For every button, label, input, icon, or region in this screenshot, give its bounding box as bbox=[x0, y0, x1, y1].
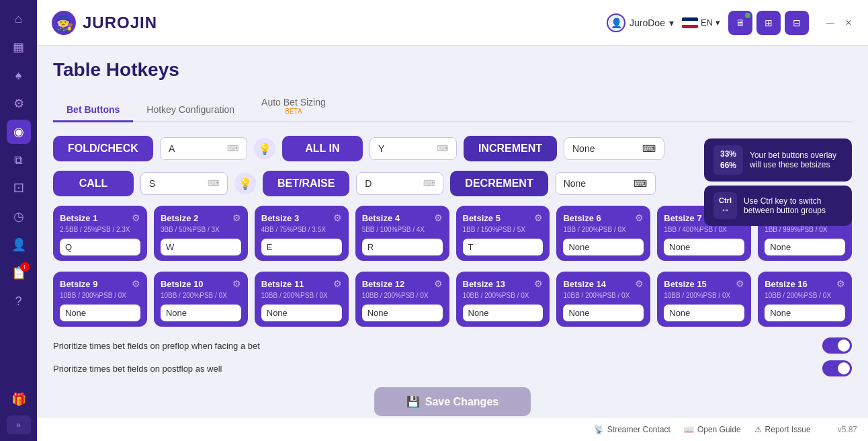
sidebar-item-user[interactable]: 👤 bbox=[7, 233, 31, 257]
decrement-button[interactable]: DECREMENT bbox=[450, 171, 548, 196]
decrement-key-input[interactable]: None ⌨ bbox=[555, 172, 656, 195]
save-label: Save Changes bbox=[425, 396, 498, 408]
betsize-title-10: Betsize 10 bbox=[161, 279, 204, 289]
notifications-button[interactable]: 🖥 bbox=[728, 11, 752, 35]
sidebar-item-gamepad[interactable]: ⚀ bbox=[7, 176, 31, 200]
betsize-key-3[interactable] bbox=[261, 239, 342, 255]
sidebar-item-clock[interactable]: ◷ bbox=[7, 204, 31, 229]
open-guide-link[interactable]: 📖 Open Guide bbox=[684, 425, 741, 434]
overlay-hint-card: 33% 66% Your bet buttons overlay will us… bbox=[704, 138, 852, 182]
fold-bulb-button[interactable]: 💡 bbox=[254, 138, 275, 159]
save-changes-button[interactable]: 💾 Save Changes bbox=[374, 387, 531, 416]
betsize-gear-14[interactable]: ⚙ bbox=[635, 278, 644, 289]
betsize-gear-16[interactable]: ⚙ bbox=[836, 278, 845, 289]
betsize-card-13: Betsize 13 ⚙ 10BB / 200%PSB / 0X bbox=[456, 272, 550, 327]
user-avatar: 👤 bbox=[607, 13, 625, 32]
betsize-gear-1[interactable]: ⚙ bbox=[132, 212, 140, 223]
betsize-key-16[interactable] bbox=[765, 305, 845, 321]
sidebar-item-calendar[interactable]: 📋 bbox=[7, 261, 31, 285]
betsize-key-11[interactable] bbox=[261, 305, 342, 321]
call-bulb-button[interactable]: 💡 bbox=[234, 173, 256, 194]
betsize-key-13[interactable] bbox=[463, 305, 544, 321]
content-area: Table Hotkeys Bet Buttons Hotkey Configu… bbox=[37, 46, 868, 417]
betsize-card-2: Betsize 2 ⚙ 3BB / 50%PSB / 3X bbox=[154, 206, 248, 261]
allin-key-input[interactable]: Y ⌨ bbox=[370, 137, 457, 160]
betsize-gear-10[interactable]: ⚙ bbox=[232, 278, 241, 289]
sidebar-item-active[interactable]: ◉ bbox=[7, 120, 31, 144]
betsize-key-1[interactable] bbox=[60, 239, 140, 255]
betsize-key-6[interactable] bbox=[563, 239, 644, 255]
tab-auto-bet[interactable]: Auto Bet Sizing BETA bbox=[248, 91, 339, 122]
betsize-key-7[interactable] bbox=[664, 239, 744, 255]
language-label: EN bbox=[701, 17, 713, 28]
betsize-key-4[interactable] bbox=[362, 239, 443, 255]
betsize-key-8[interactable] bbox=[765, 239, 845, 255]
fold-key-value: A bbox=[169, 143, 175, 154]
betsize-key-14[interactable] bbox=[563, 305, 644, 321]
betsize-card-9: Betsize 9 ⚙ 10BB / 200%PSB / 0X bbox=[53, 272, 147, 327]
betsize-key-12[interactable] bbox=[362, 305, 443, 321]
tab-hotkey-config[interactable]: Hotkey Configuration bbox=[133, 99, 248, 122]
preflop-toggle[interactable] bbox=[822, 337, 852, 354]
sidebar-item-layers[interactable]: ⧉ bbox=[7, 148, 31, 172]
sidebar-item-home[interactable]: ⌂ bbox=[7, 7, 31, 31]
betsize-gear-2[interactable]: ⚙ bbox=[232, 212, 241, 223]
betsize-sub-3: 4BB / 75%PSB / 3.5X bbox=[261, 226, 342, 233]
betsize-key-5[interactable] bbox=[463, 239, 544, 255]
sidebar-item-spades[interactable]: ♠ bbox=[7, 63, 31, 87]
call-key-value: S bbox=[149, 178, 155, 189]
betsize-gear-9[interactable]: ⚙ bbox=[132, 278, 140, 289]
postflop-toggle[interactable] bbox=[822, 360, 852, 376]
sidebar-item-settings[interactable]: ⚙ bbox=[7, 91, 31, 116]
minimize-button[interactable]: — bbox=[824, 17, 837, 29]
betsize-gear-13[interactable]: ⚙ bbox=[534, 278, 543, 289]
language-selector[interactable]: EN ▾ bbox=[682, 17, 720, 28]
all-in-button[interactable]: ALL IN bbox=[282, 136, 363, 161]
betsize-key-9[interactable] bbox=[60, 305, 140, 321]
extra-button[interactable]: ⊟ bbox=[785, 11, 809, 35]
fold-key-input[interactable]: A ⌨ bbox=[160, 137, 247, 160]
betsize-gear-3[interactable]: ⚙ bbox=[333, 212, 342, 223]
betsize-key-2[interactable] bbox=[161, 239, 241, 255]
header: 🧙 JUROJIN 👤 JuroDoe ▾ EN ▾ 🖥 ⊞ ⊟ — ✕ bbox=[37, 0, 868, 46]
hint-pct-line2: 66% bbox=[720, 160, 736, 171]
beta-label: BETA bbox=[261, 108, 326, 115]
increment-key-input[interactable]: None ⌨ bbox=[564, 137, 664, 160]
betsize-sub-7: 1BB / 400%PSB / 0X bbox=[664, 226, 744, 233]
sidebar-expand-button[interactable]: » bbox=[7, 415, 31, 434]
user-area[interactable]: 👤 JuroDoe ▾ bbox=[607, 13, 674, 32]
betsize-gear-12[interactable]: ⚙ bbox=[434, 278, 443, 289]
betsize-card-5: Betsize 5 ⚙ 1BB / 150%PSB / 5X bbox=[456, 206, 550, 261]
betsize-gear-15[interactable]: ⚙ bbox=[736, 278, 744, 289]
sidebar-item-help[interactable]: ? bbox=[7, 289, 31, 313]
fold-check-button[interactable]: FOLD/CHECK bbox=[53, 136, 153, 161]
display-button[interactable]: ⊞ bbox=[756, 11, 781, 35]
streamer-contact-link[interactable]: 📡 Streamer Contact bbox=[594, 425, 670, 434]
increment-button[interactable]: INCREMENT bbox=[464, 136, 557, 161]
betsize-sub-15: 10BB / 200%PSB / 0X bbox=[664, 292, 744, 299]
keyboard-icon: ⌨ bbox=[227, 144, 238, 153]
lang-chevron-icon: ▾ bbox=[715, 17, 720, 28]
betsize-gear-11[interactable]: ⚙ bbox=[333, 278, 342, 289]
header-icons: 🖥 ⊞ ⊟ bbox=[728, 11, 809, 35]
sidebar-item-dashboard[interactable]: ▦ bbox=[7, 35, 31, 59]
betsize-key-10[interactable] bbox=[161, 305, 241, 321]
betsize-title-1: Betsize 1 bbox=[60, 213, 97, 223]
betsize-card-11: Betsize 11 ⚙ 10BB / 200%PSB / 0X bbox=[255, 272, 349, 327]
page-title: Table Hotkeys bbox=[53, 59, 852, 81]
call-key-input[interactable]: S ⌨ bbox=[140, 172, 228, 195]
betsize-sub-5: 1BB / 150%PSB / 5X bbox=[463, 226, 544, 233]
betsize-title-11: Betsize 11 bbox=[261, 279, 304, 289]
tab-bet-buttons[interactable]: Bet Buttons bbox=[53, 99, 133, 122]
betraise-key-input[interactable]: D ⌨ bbox=[356, 172, 443, 195]
betsize-gear-5[interactable]: ⚙ bbox=[534, 212, 543, 223]
close-button[interactable]: ✕ bbox=[842, 17, 855, 29]
betsize-gear-4[interactable]: ⚙ bbox=[434, 212, 443, 223]
betsize-key-15[interactable] bbox=[664, 305, 744, 321]
betsize-sub-11: 10BB / 200%PSB / 0X bbox=[261, 292, 342, 299]
report-issue-link[interactable]: ⚠ Report Issue bbox=[754, 425, 811, 434]
sidebar-item-gift[interactable]: 🎁 bbox=[7, 387, 31, 411]
bet-raise-button[interactable]: BET/RAISE bbox=[263, 171, 349, 196]
call-button[interactable]: CALL bbox=[53, 171, 134, 196]
betsize-gear-6[interactable]: ⚙ bbox=[635, 212, 644, 223]
